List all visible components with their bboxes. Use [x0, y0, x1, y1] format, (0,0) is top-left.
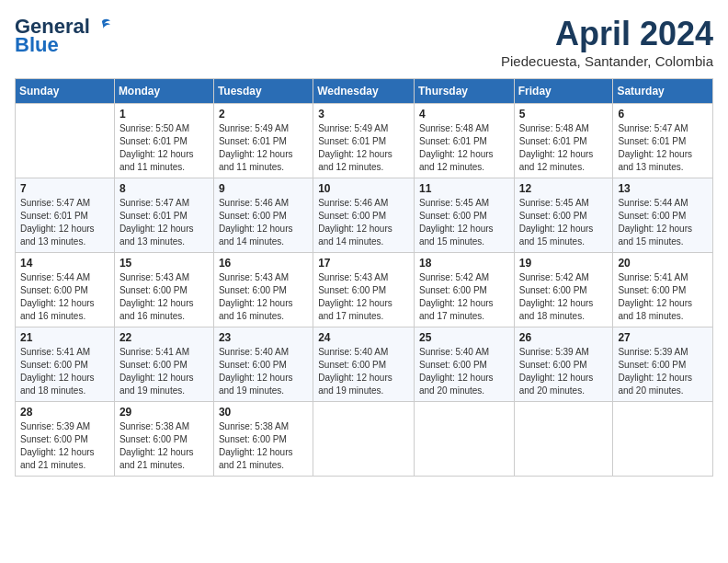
day-info: Sunrise: 5:40 AM Sunset: 6:00 PM Dayligh…: [419, 347, 494, 396]
calendar-week-row-2: 7 Sunrise: 5:47 AM Sunset: 6:01 PM Dayli…: [16, 178, 713, 253]
calendar-cell: 19 Sunrise: 5:42 AM Sunset: 6:00 PM Dayl…: [514, 253, 613, 327]
calendar-cell: 24 Sunrise: 5:40 AM Sunset: 6:00 PM Dayl…: [313, 327, 415, 402]
calendar-cell: 23 Sunrise: 5:40 AM Sunset: 6:00 PM Dayl…: [213, 327, 313, 402]
calendar-cell: 3 Sunrise: 5:49 AM Sunset: 6:01 PM Dayli…: [313, 104, 415, 178]
calendar-cell: [414, 402, 514, 477]
calendar-week-row-4: 21 Sunrise: 5:41 AM Sunset: 6:00 PM Dayl…: [16, 327, 713, 402]
day-number: 18: [419, 257, 509, 270]
day-info: Sunrise: 5:48 AM Sunset: 6:01 PM Dayligh…: [519, 123, 594, 172]
calendar-cell: 2 Sunrise: 5:49 AM Sunset: 6:01 PM Dayli…: [213, 104, 313, 178]
day-info: Sunrise: 5:49 AM Sunset: 6:01 PM Dayligh…: [318, 123, 392, 172]
day-info: Sunrise: 5:45 AM Sunset: 6:00 PM Dayligh…: [519, 198, 594, 247]
weekday-header-row: SundayMondayTuesdayWednesdayThursdayFrid…: [16, 79, 713, 104]
day-number: 3: [318, 108, 409, 121]
month-title: April 2024: [501, 15, 713, 53]
day-info: Sunrise: 5:41 AM Sunset: 6:00 PM Dayligh…: [119, 347, 194, 396]
weekday-header-wednesday: Wednesday: [313, 79, 415, 104]
calendar-cell: 9 Sunrise: 5:46 AM Sunset: 6:00 PM Dayli…: [213, 178, 313, 253]
day-number: 22: [119, 331, 209, 344]
day-number: 6: [618, 108, 708, 121]
day-info: Sunrise: 5:38 AM Sunset: 6:00 PM Dayligh…: [219, 421, 293, 470]
day-number: 1: [119, 108, 209, 121]
calendar-cell: 14 Sunrise: 5:44 AM Sunset: 6:00 PM Dayl…: [16, 253, 115, 327]
calendar-cell: 7 Sunrise: 5:47 AM Sunset: 6:01 PM Dayli…: [16, 178, 115, 253]
day-info: Sunrise: 5:43 AM Sunset: 6:00 PM Dayligh…: [318, 272, 392, 321]
calendar-cell: 11 Sunrise: 5:45 AM Sunset: 6:00 PM Dayl…: [414, 178, 514, 253]
calendar-week-row-1: 1 Sunrise: 5:50 AM Sunset: 6:01 PM Dayli…: [16, 104, 713, 178]
day-number: 12: [519, 182, 609, 195]
day-number: 28: [20, 406, 109, 419]
logo: General Blue: [15, 15, 112, 57]
day-info: Sunrise: 5:42 AM Sunset: 6:00 PM Dayligh…: [419, 272, 494, 321]
day-info: Sunrise: 5:42 AM Sunset: 6:00 PM Dayligh…: [519, 272, 594, 321]
calendar-week-row-3: 14 Sunrise: 5:44 AM Sunset: 6:00 PM Dayl…: [16, 253, 713, 327]
calendar-cell: 16 Sunrise: 5:43 AM Sunset: 6:00 PM Dayl…: [213, 253, 313, 327]
day-number: 9: [219, 182, 308, 195]
day-info: Sunrise: 5:47 AM Sunset: 6:01 PM Dayligh…: [20, 198, 95, 247]
day-info: Sunrise: 5:44 AM Sunset: 6:00 PM Dayligh…: [20, 272, 95, 321]
day-number: 11: [419, 182, 509, 195]
day-number: 27: [618, 331, 708, 344]
day-info: Sunrise: 5:39 AM Sunset: 6:00 PM Dayligh…: [618, 347, 692, 396]
day-number: 26: [519, 331, 609, 344]
day-info: Sunrise: 5:47 AM Sunset: 6:01 PM Dayligh…: [119, 198, 194, 247]
location: Piedecuesta, Santander, Colombia: [501, 53, 713, 69]
day-number: 13: [618, 182, 708, 195]
calendar-cell: 29 Sunrise: 5:38 AM Sunset: 6:00 PM Dayl…: [114, 402, 213, 477]
day-info: Sunrise: 5:49 AM Sunset: 6:01 PM Dayligh…: [219, 123, 293, 172]
day-info: Sunrise: 5:40 AM Sunset: 6:00 PM Dayligh…: [318, 347, 392, 396]
day-number: 2: [219, 108, 308, 121]
logo-blue: Blue: [15, 33, 59, 57]
day-info: Sunrise: 5:39 AM Sunset: 6:00 PM Dayligh…: [519, 347, 594, 396]
day-info: Sunrise: 5:41 AM Sunset: 6:00 PM Dayligh…: [618, 272, 692, 321]
weekday-header-thursday: Thursday: [414, 79, 514, 104]
calendar-cell: [16, 104, 115, 178]
calendar-cell: 6 Sunrise: 5:47 AM Sunset: 6:01 PM Dayli…: [613, 104, 713, 178]
weekday-header-monday: Monday: [114, 79, 213, 104]
calendar-cell: 13 Sunrise: 5:44 AM Sunset: 6:00 PM Dayl…: [613, 178, 713, 253]
day-number: 14: [20, 257, 109, 270]
day-number: 15: [119, 257, 209, 270]
calendar-cell: 10 Sunrise: 5:46 AM Sunset: 6:00 PM Dayl…: [313, 178, 415, 253]
day-info: Sunrise: 5:50 AM Sunset: 6:01 PM Dayligh…: [119, 123, 194, 172]
page-header: General Blue April 2024 Piedecuesta, San…: [15, 15, 713, 69]
calendar-week-row-5: 28 Sunrise: 5:39 AM Sunset: 6:00 PM Dayl…: [16, 402, 713, 477]
calendar-cell: 17 Sunrise: 5:43 AM Sunset: 6:00 PM Dayl…: [313, 253, 415, 327]
day-number: 20: [618, 257, 708, 270]
day-number: 25: [419, 331, 509, 344]
day-info: Sunrise: 5:47 AM Sunset: 6:01 PM Dayligh…: [618, 123, 692, 172]
calendar-cell: 1 Sunrise: 5:50 AM Sunset: 6:01 PM Dayli…: [114, 104, 213, 178]
day-number: 10: [318, 182, 409, 195]
day-info: Sunrise: 5:48 AM Sunset: 6:01 PM Dayligh…: [419, 123, 494, 172]
calendar-cell: 28 Sunrise: 5:39 AM Sunset: 6:00 PM Dayl…: [16, 402, 115, 477]
calendar-cell: 27 Sunrise: 5:39 AM Sunset: 6:00 PM Dayl…: [613, 327, 713, 402]
day-number: 21: [20, 331, 109, 344]
day-info: Sunrise: 5:43 AM Sunset: 6:00 PM Dayligh…: [219, 272, 293, 321]
calendar-cell: 15 Sunrise: 5:43 AM Sunset: 6:00 PM Dayl…: [114, 253, 213, 327]
weekday-header-sunday: Sunday: [16, 79, 115, 104]
calendar-cell: 12 Sunrise: 5:45 AM Sunset: 6:00 PM Dayl…: [514, 178, 613, 253]
calendar-table: SundayMondayTuesdayWednesdayThursdayFrid…: [15, 78, 713, 477]
calendar-cell: 18 Sunrise: 5:42 AM Sunset: 6:00 PM Dayl…: [414, 253, 514, 327]
calendar-cell: 5 Sunrise: 5:48 AM Sunset: 6:01 PM Dayli…: [514, 104, 613, 178]
calendar-cell: 26 Sunrise: 5:39 AM Sunset: 6:00 PM Dayl…: [514, 327, 613, 402]
calendar-cell: 21 Sunrise: 5:41 AM Sunset: 6:00 PM Dayl…: [16, 327, 115, 402]
day-number: 5: [519, 108, 609, 121]
day-info: Sunrise: 5:44 AM Sunset: 6:00 PM Dayligh…: [618, 198, 692, 247]
day-number: 16: [219, 257, 308, 270]
weekday-header-friday: Friday: [514, 79, 613, 104]
weekday-header-saturday: Saturday: [613, 79, 713, 104]
day-number: 4: [419, 108, 509, 121]
day-info: Sunrise: 5:45 AM Sunset: 6:00 PM Dayligh…: [419, 198, 494, 247]
calendar-cell: 4 Sunrise: 5:48 AM Sunset: 6:01 PM Dayli…: [414, 104, 514, 178]
day-info: Sunrise: 5:40 AM Sunset: 6:00 PM Dayligh…: [219, 347, 293, 396]
calendar-cell: [313, 402, 415, 477]
calendar-cell: 30 Sunrise: 5:38 AM Sunset: 6:00 PM Dayl…: [213, 402, 313, 477]
logo-bird-icon: [92, 17, 112, 37]
weekday-header-tuesday: Tuesday: [213, 79, 313, 104]
day-info: Sunrise: 5:39 AM Sunset: 6:00 PM Dayligh…: [20, 421, 95, 470]
day-number: 30: [219, 406, 308, 419]
day-info: Sunrise: 5:43 AM Sunset: 6:00 PM Dayligh…: [119, 272, 194, 321]
day-info: Sunrise: 5:38 AM Sunset: 6:00 PM Dayligh…: [119, 421, 194, 470]
day-number: 8: [119, 182, 209, 195]
